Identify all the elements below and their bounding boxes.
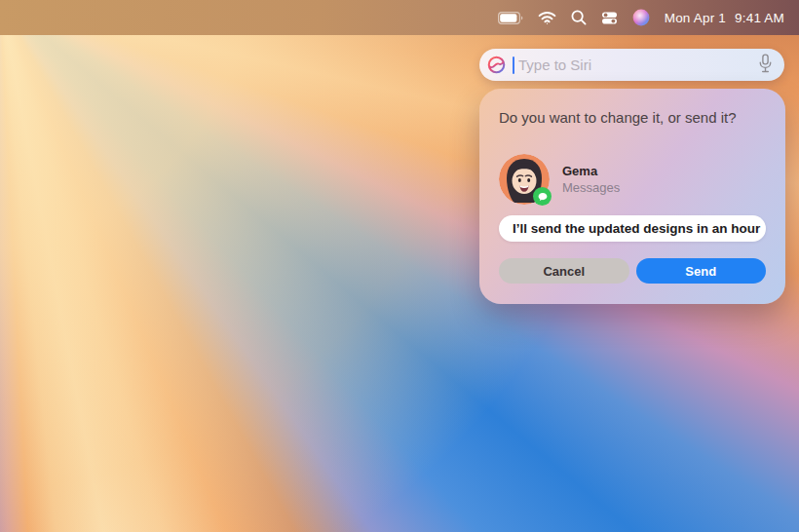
- siri-assistant-card: Do you want to change it, or send it?: [479, 89, 785, 304]
- siri-text-input[interactable]: [516, 56, 758, 74]
- battery-icon[interactable]: [498, 12, 523, 24]
- control-center-icon[interactable]: [601, 12, 618, 24]
- desktop-wallpaper: Mon Apr 1 9:41 AM: [0, 0, 799, 532]
- search-icon[interactable]: [571, 10, 587, 25]
- messages-app-badge: [533, 187, 552, 206]
- text-caret: [513, 57, 514, 74]
- menu-bar: Mon Apr 1 9:41 AM: [0, 0, 799, 35]
- contact-name: Gema: [562, 164, 620, 178]
- menu-bar-time: 9:41 AM: [735, 11, 784, 25]
- menu-bar-date: Mon Apr 1: [665, 11, 726, 25]
- microphone-icon[interactable]: [758, 54, 773, 77]
- wifi-icon[interactable]: [538, 11, 556, 25]
- siri-orb-icon: [487, 56, 506, 74]
- avatar: [499, 154, 550, 205]
- contact-app: Messages: [562, 180, 620, 195]
- contact-info: Gema Messages: [562, 164, 620, 195]
- cancel-button[interactable]: Cancel: [499, 258, 629, 284]
- send-button[interactable]: Send: [636, 258, 767, 284]
- siri-input-bar[interactable]: [479, 49, 784, 81]
- assistant-prompt: Do you want to change it, or send it?: [499, 109, 766, 127]
- draft-message-field[interactable]: I’ll send the updated designs in an hour: [499, 215, 766, 242]
- siri-menu-icon[interactable]: [632, 9, 650, 26]
- menu-bar-clock[interactable]: Mon Apr 1 9:41 AM: [665, 11, 784, 25]
- contact-row: Gema Messages: [499, 154, 766, 205]
- action-buttons: Cancel Send: [499, 258, 766, 284]
